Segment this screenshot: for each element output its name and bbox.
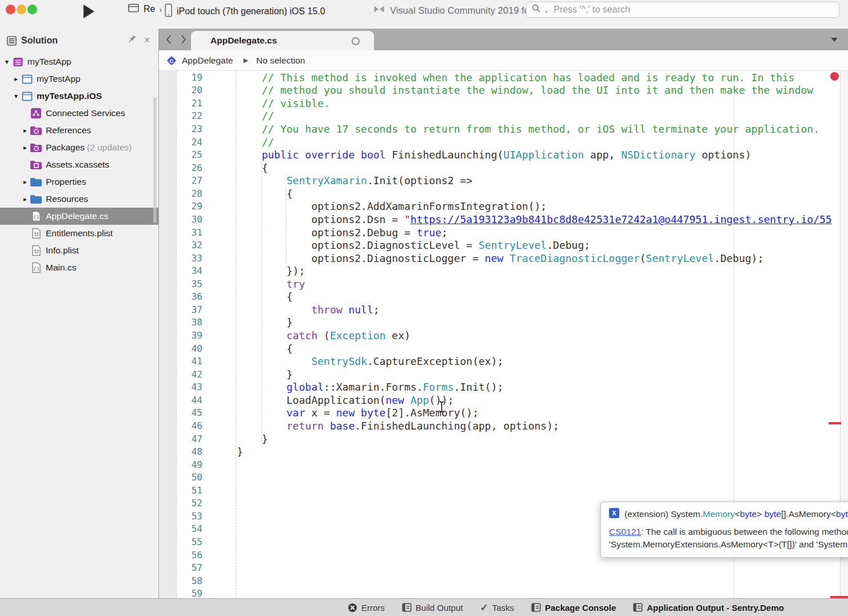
code-line-43[interactable]: 43global::Xamarin.Forms.Forms.Init(); [159, 381, 839, 394]
statusbar-item-build-output[interactable]: Build Output [402, 603, 463, 613]
code-token-plain: (); [460, 407, 479, 419]
code-line-31[interactable]: 31options2.Debug = true; [159, 226, 839, 239]
code-line-29[interactable]: 29options2.AddXamarinFormsIntegration(); [159, 200, 839, 213]
code-token-link[interactable]: https://5a193123a9b841bc8d8e42531e7242a1… [411, 213, 832, 225]
code-line-42[interactable]: 42} [159, 368, 839, 381]
scrollbar-error-marker-icon[interactable] [830, 72, 839, 81]
code-editor[interactable]: 19// This method is invoked when the app… [159, 71, 848, 598]
code-line-35[interactable]: 35try [159, 277, 839, 291]
code-line-23[interactable]: 23// You have 17 seconds to return from … [159, 122, 839, 136]
code-token-plain: options2.Debug = [311, 226, 416, 239]
code-line-44[interactable]: 44LoadApplication(new App()); [159, 394, 839, 407]
code-line-30[interactable]: 30options2.Dsn = "https://5a193123a9b841… [159, 213, 839, 226]
run-button[interactable] [83, 5, 94, 18]
sidebar-scrollbar[interactable] [153, 97, 157, 223]
sidebar-item-references[interactable]: ▸References [0, 122, 158, 139]
pin-pad-icon[interactable] [128, 34, 137, 45]
code-line-58[interactable]: 58 [159, 574, 839, 587]
code-token-kw2: return [286, 420, 324, 432]
sidebar-item-main-cs[interactable]: {}Main.cs [0, 259, 158, 276]
build-configuration-selector[interactable]: Re › [128, 3, 162, 15]
code-line-27[interactable]: 27SentryXamarin.Init(options2 => [159, 174, 839, 188]
code-line-40[interactable]: 40{ [159, 342, 839, 355]
statusbar-item-tasks[interactable]: ✓Tasks [480, 602, 514, 614]
code-line-49[interactable]: 49 [159, 458, 839, 471]
code-line-19[interactable]: 19// This method is invoked when the app… [159, 71, 839, 84]
disclosure-right-icon[interactable]: ▸ [21, 144, 30, 152]
code-line-34[interactable]: 34}); [159, 264, 839, 277]
disclosure-down-icon[interactable]: ▾ [2, 58, 11, 66]
sidebar-item-info-plist[interactable]: Info.plist [0, 242, 158, 259]
sidebar-item-appdelegate-cs[interactable]: {}AppDelegate.cs [0, 208, 158, 225]
sidebar-item-entitlements-plist[interactable]: Entitlements.plist [0, 225, 158, 242]
code-line-25[interactable]: 25public override bool FinishedLaunching… [159, 148, 839, 161]
solution-pad-header: Solution ✕ [0, 32, 158, 49]
navigate-back-button[interactable] [164, 33, 174, 46]
tooltip-error-text: CS0121: The call is ambiguous between th… [609, 526, 848, 550]
code-token-type: Exception [330, 329, 386, 341]
code-line-46[interactable]: 46return base.FinishedLaunching(app, opt… [159, 419, 839, 432]
sidebar-item-packages[interactable]: ▸Packages (2 updates) [0, 139, 158, 156]
breadcrumb-selection[interactable]: No selection [256, 55, 305, 66]
statusbar-item-errors[interactable]: Errors [348, 603, 385, 613]
solution-pad: Solution ✕ ▾myTestApp▸myTestApp▾myTestAp… [0, 29, 159, 598]
code-line-33[interactable]: 33options2.DiagnosticLogger = new TraceD… [159, 252, 839, 265]
console-icon [402, 603, 412, 612]
code-token-plain: x = [305, 407, 336, 419]
error-code-link[interactable]: CS0121 [609, 527, 641, 536]
code-line-45[interactable]: 45var x = new byte[2].AsMemory(); [159, 407, 839, 420]
sidebar-item-assets-xcassets[interactable]: Assets.xcassets [0, 156, 158, 173]
tab-overflow-menu-icon[interactable] [831, 38, 838, 42]
code-line-50[interactable]: 50 [159, 471, 839, 484]
device-selector[interactable]: iPod touch (7th generation) iOS 15.0 [165, 3, 325, 19]
code-line-48[interactable]: 48} [159, 445, 839, 458]
sidebar-item-label: Packages [46, 142, 85, 153]
code-line-59[interactable]: 59 [159, 587, 839, 599]
tab-appdelegate[interactable]: AppDelegate.cs [191, 31, 374, 50]
sidebar-item-properties[interactable]: ▸Properties [0, 173, 158, 190]
minimize-window-button[interactable] [17, 5, 26, 14]
code-line-21[interactable]: 21// visible. [159, 97, 839, 110]
disclosure-right-icon[interactable]: ▸ [21, 126, 30, 134]
code-line-36[interactable]: 36{ [159, 291, 839, 304]
close-pad-icon[interactable]: ✕ [144, 35, 150, 45]
navigate-forward-button[interactable] [178, 33, 189, 46]
zoom-window-button[interactable] [27, 5, 37, 14]
code-line-22[interactable]: 22// [159, 110, 839, 123]
statusbar-item-application-output-sentry-demo[interactable]: Application Output - Sentry.Demo [633, 603, 784, 613]
code-line-26[interactable]: 26{ [159, 161, 839, 174]
statusbar-item-package-console[interactable]: Package Console [531, 603, 616, 613]
tooltip-token: byte [765, 509, 781, 519]
tooltip-token: > [757, 509, 764, 519]
code-line-28[interactable]: 28{ [159, 187, 839, 200]
code-token-type: Forms [423, 381, 453, 393]
code-line-51[interactable]: 51 [159, 484, 839, 497]
sidebar-item-label: myTestApp [37, 74, 81, 84]
close-window-button[interactable] [6, 5, 15, 14]
sidebar-item-mytestapp[interactable]: ▾myTestApp [0, 53, 158, 70]
code-line-24[interactable]: 24// [159, 136, 839, 149]
sidebar-item-mytestapp-ios[interactable]: ▾myTestApp.iOS [0, 88, 158, 105]
disclosure-right-icon[interactable]: ▸ [11, 75, 21, 83]
code-line-39[interactable]: 39catch (Exception ex) [159, 329, 839, 342]
code-line-37[interactable]: 37throw null; [159, 303, 839, 316]
code-line-57[interactable]: 57 [159, 561, 839, 574]
breadcrumb-type[interactable]: AppDelegate [182, 55, 233, 66]
code-line-32[interactable]: 32options2.DiagnosticLevel = SentryLevel… [159, 239, 839, 252]
code-token-type: TraceDiagnosticLogger [509, 252, 640, 264]
code-line-20[interactable]: 20// method you should instantiate the w… [159, 84, 839, 97]
sidebar-item-mytestapp[interactable]: ▸myTestApp [0, 70, 158, 88]
disclosure-right-icon[interactable]: ▸ [21, 195, 30, 203]
disclosure-down-icon[interactable]: ▾ [11, 92, 21, 100]
line-number: 58 [159, 575, 202, 586]
disclosure-right-icon[interactable]: ▸ [21, 178, 30, 186]
code-text: // [212, 110, 274, 122]
sidebar-item-connected-services[interactable]: Connected Services [0, 105, 158, 122]
sidebar-item-resources[interactable]: ▸Resources [0, 190, 158, 208]
code-line-41[interactable]: 41SentrySdk.CaptureException(ex); [159, 355, 839, 368]
code-line-47[interactable]: 47} [159, 432, 839, 446]
check-icon: ✓ [480, 602, 488, 614]
search-input[interactable]: ⌄ Press '^,' to search [526, 2, 839, 18]
line-number: 44 [159, 395, 202, 406]
code-line-38[interactable]: 38} [159, 316, 839, 329]
